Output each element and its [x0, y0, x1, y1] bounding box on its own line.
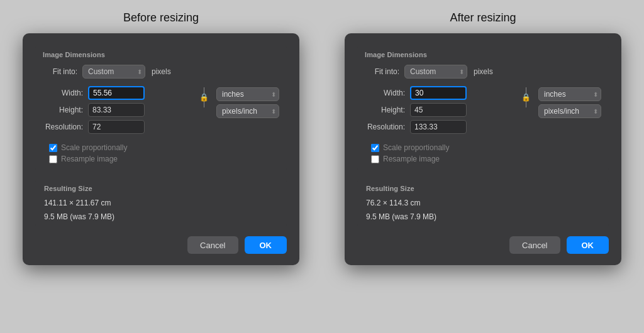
before-unit-dropdown[interactable]: inches pixels cm mm	[216, 87, 279, 101]
after-fit-dropdown[interactable]: Custom	[404, 65, 467, 79]
after-ok-button[interactable]: OK	[567, 236, 609, 254]
after-lock-line-bottom	[526, 101, 526, 107]
before-resulting-label: Resulting Size	[44, 185, 278, 192]
after-scale-label: Scale proportionally	[383, 143, 449, 152]
before-whr-fields: Width: Height: 83.33 Resolution: 72	[43, 86, 191, 137]
after-scale-checkbox[interactable]	[371, 144, 379, 152]
after-resample-row: Resample image	[371, 155, 601, 163]
after-image-dims-section: Image Dimensions Fit into: Custom ⬍ pixe…	[357, 45, 609, 172]
after-height-row: Height: 45	[365, 103, 513, 117]
before-width-label: Width:	[43, 89, 88, 97]
before-ok-button[interactable]: OK	[245, 236, 287, 254]
before-resolution-label: Resolution:	[43, 123, 88, 131]
before-fit-label: Fit into:	[43, 67, 77, 76]
before-fit-row: Fit into: Custom ⬍ pixels	[43, 65, 279, 79]
before-res-unit-dropdown[interactable]: pixels/inch pixels/cm	[216, 104, 279, 118]
after-fit-label: Fit into:	[365, 67, 399, 76]
before-resample-row: Resample image	[49, 155, 279, 163]
before-panel: Before resizing Image Dimensions Fit int…	[0, 0, 322, 333]
after-fit-row: Fit into: Custom ⬍ pixels	[365, 65, 601, 79]
before-scale-checkbox[interactable]	[49, 144, 57, 152]
after-resolution-row: Resolution: 133.33	[365, 120, 513, 134]
after-resample-checkbox[interactable]	[371, 155, 379, 163]
after-result-dimensions: 76.2 × 114.3 cm	[366, 199, 600, 207]
before-right-dropdowns: inches pixels cm mm ⬍ pixels/inch pixels…	[216, 86, 279, 118]
after-cancel-button[interactable]: Cancel	[509, 236, 560, 254]
after-width-input[interactable]	[410, 86, 467, 100]
after-resolution-label: Resolution:	[365, 123, 410, 131]
before-resulting-section: Resulting Size 141.11 × 211.67 cm 9.5 MB…	[35, 178, 287, 227]
after-lock-area: 🔒	[519, 86, 532, 107]
after-checkboxes-area: Scale proportionally Resample image	[365, 143, 601, 163]
before-lock-line-bottom	[204, 101, 204, 107]
after-pixels-label: pixels	[474, 67, 493, 76]
before-result-size: 9.5 MB (was 7.9 MB)	[44, 212, 278, 221]
before-resolution-row: Resolution: 72	[43, 120, 191, 134]
after-title: After resizing	[450, 11, 516, 25]
before-fields-area: Width: Height: 83.33 Resolution: 72	[43, 86, 279, 137]
before-height-row: Height: 83.33	[43, 103, 191, 117]
before-fit-dropdown[interactable]: Custom	[82, 65, 145, 79]
after-whr-fields: Width: Height: 45 Resolution: 133.33	[365, 86, 513, 137]
before-buttons-row: Cancel OK	[35, 236, 287, 254]
before-lock-icon: 🔒	[199, 94, 209, 101]
after-fit-dropdown-wrapper[interactable]: Custom ⬍	[404, 65, 467, 79]
before-height-value: 83.33	[88, 103, 145, 117]
after-unit-dropdown[interactable]: inches pixels cm mm	[538, 87, 601, 101]
before-result-dimensions: 141.11 × 211.67 cm	[44, 199, 278, 207]
after-image-dims-label: Image Dimensions	[365, 51, 601, 58]
before-scale-row: Scale proportionally	[49, 143, 279, 152]
before-pixels-label: pixels	[152, 67, 171, 76]
after-buttons-row: Cancel OK	[357, 236, 609, 254]
before-width-input[interactable]	[88, 86, 145, 100]
after-height-value: 45	[410, 103, 467, 117]
before-res-unit-dropdown-wrapper[interactable]: pixels/inch pixels/cm ⬍	[216, 104, 279, 118]
before-width-row: Width:	[43, 86, 191, 100]
after-resample-label: Resample image	[383, 155, 440, 163]
before-lock-area: 🔒	[197, 86, 210, 107]
after-dialog: Image Dimensions Fit into: Custom ⬍ pixe…	[345, 33, 621, 265]
after-fields-area: Width: Height: 45 Resolution: 133.33	[365, 86, 601, 137]
after-width-row: Width:	[365, 86, 513, 100]
after-width-label: Width:	[365, 89, 410, 97]
after-resulting-label: Resulting Size	[366, 185, 600, 192]
after-res-unit-dropdown-wrapper[interactable]: pixels/inch pixels/cm ⬍	[538, 104, 601, 118]
before-cancel-button[interactable]: Cancel	[187, 236, 238, 254]
page-container: Before resizing Image Dimensions Fit int…	[0, 0, 644, 333]
before-scale-label: Scale proportionally	[61, 143, 127, 152]
before-title: Before resizing	[123, 11, 199, 25]
before-image-dims-section: Image Dimensions Fit into: Custom ⬍ pixe…	[35, 45, 287, 172]
before-height-label: Height:	[43, 106, 88, 114]
after-unit-dropdown-wrapper[interactable]: inches pixels cm mm ⬍	[538, 87, 601, 101]
after-lock-icon: 🔒	[521, 94, 531, 101]
before-fit-dropdown-wrapper[interactable]: Custom ⬍	[82, 65, 145, 79]
after-resolution-value: 133.33	[410, 120, 467, 134]
before-resolution-value: 72	[88, 120, 145, 134]
before-dialog: Image Dimensions Fit into: Custom ⬍ pixe…	[23, 33, 299, 265]
before-resample-label: Resample image	[61, 155, 118, 163]
after-panel: After resizing Image Dimensions Fit into…	[322, 0, 644, 333]
before-checkboxes-area: Scale proportionally Resample image	[43, 143, 279, 163]
after-height-label: Height:	[365, 106, 410, 114]
after-result-size: 9.5 MB (was 7.9 MB)	[366, 212, 600, 221]
before-unit-dropdown-wrapper[interactable]: inches pixels cm mm ⬍	[216, 87, 279, 101]
after-resulting-section: Resulting Size 76.2 × 114.3 cm 9.5 MB (w…	[357, 178, 609, 227]
after-res-unit-dropdown[interactable]: pixels/inch pixels/cm	[538, 104, 601, 118]
after-scale-row: Scale proportionally	[371, 143, 601, 152]
after-right-dropdowns: inches pixels cm mm ⬍ pixels/inch pixels…	[538, 86, 601, 118]
before-resample-checkbox[interactable]	[49, 155, 57, 163]
before-image-dims-label: Image Dimensions	[43, 51, 279, 58]
